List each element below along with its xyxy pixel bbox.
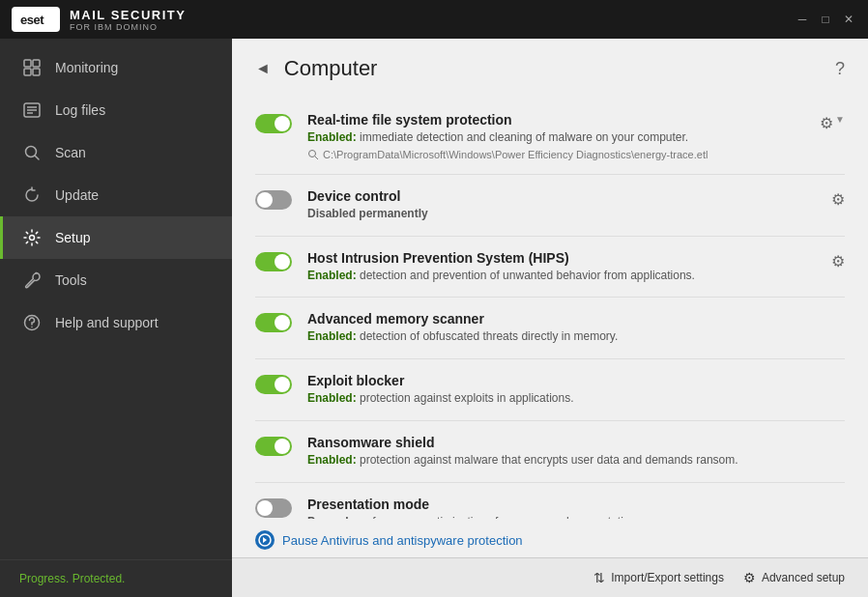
svg-marker-18 <box>263 537 267 543</box>
toggle-devicecontrol[interactable] <box>255 190 292 210</box>
svg-point-15 <box>309 150 316 156</box>
feature-desc-realtime: Enabled: immediate detection and cleanin… <box>307 129 804 146</box>
svg-point-12 <box>30 236 35 241</box>
toggle-wrap-memoryscanner <box>255 311 292 336</box>
feature-item-exploitblocker: Exploit blockerEnabled: protection again… <box>255 359 845 421</box>
feature-item-hips: Host Intrusion Prevention System (HIPS)E… <box>255 237 845 298</box>
feature-desc-hips: Enabled: detection and prevention of unw… <box>307 268 816 284</box>
toggle-wrap-realtime <box>255 112 292 137</box>
content-area: ◄ Computer ? Real-time file system prote… <box>232 39 868 597</box>
pause-link-text: Pause Antivirus and antispyware protecti… <box>282 533 523 548</box>
feature-item-memoryscanner: Advanced memory scannerEnabled: detectio… <box>255 298 845 359</box>
sidebar-item-monitoring[interactable]: Monitoring <box>0 46 232 89</box>
feature-name-hips: Host Intrusion Prevention System (HIPS) <box>307 250 816 266</box>
title-bar: eset MAIL SECURITY FOR IBM DOMINO ─ □ ✕ <box>0 0 868 39</box>
app-subtitle: FOR IBM DOMINO <box>70 22 186 32</box>
app-name: MAIL SECURITY <box>70 8 186 22</box>
scan-label: Scan <box>55 145 86 160</box>
back-button[interactable]: ◄ <box>255 60 271 77</box>
svg-line-16 <box>315 156 318 159</box>
question-icon <box>22 313 42 332</box>
gear-button-realtime[interactable]: ⚙▼ <box>820 112 845 132</box>
svg-rect-5 <box>33 69 40 75</box>
feature-desc-ransomware: Enabled: protection against malware that… <box>307 452 845 469</box>
toggle-wrap-devicecontrol <box>255 188 292 213</box>
advanced-setup-button[interactable]: ⚙ Advanced setup <box>743 570 845 585</box>
feature-name-devicecontrol: Device control <box>307 188 816 204</box>
gear-icon-hips: ⚙ <box>831 252 845 270</box>
svg-line-11 <box>36 156 40 160</box>
toggle-exploitblocker[interactable] <box>255 375 292 394</box>
status-label-memoryscanner: Enabled: <box>307 329 357 343</box>
svg-point-10 <box>26 147 37 157</box>
pause-antivirus-link[interactable]: Pause Antivirus and antispyware protecti… <box>255 530 845 550</box>
update-label: Update <box>55 187 99 203</box>
setup-label: Setup <box>55 230 91 245</box>
feature-content-realtime: Real-time file system protectionEnabled:… <box>307 112 804 160</box>
gear-icon-devicecontrol: ⚙ <box>831 190 845 209</box>
feature-desc-devicecontrol: Disabled permanently <box>307 206 816 222</box>
status-label-ransomware: Enabled: <box>307 453 357 467</box>
features-list: Real-time file system protectionEnabled:… <box>232 99 868 519</box>
helpsupport-label: Help and support <box>55 315 159 330</box>
refresh-icon <box>22 185 42 205</box>
toggle-realtime[interactable] <box>255 114 292 133</box>
toggle-presentation[interactable] <box>255 498 292 518</box>
sidebar-item-setup[interactable]: Setup <box>0 216 232 259</box>
gear-button-hips[interactable]: ⚙ <box>831 250 845 270</box>
feature-item-presentation: Presentation modePaused: performance opt… <box>255 483 845 519</box>
help-button[interactable]: ? <box>835 59 845 79</box>
toggle-ransomware[interactable] <box>255 437 292 456</box>
sidebar-item-scan[interactable]: Scan <box>0 131 232 174</box>
app-name-area: MAIL SECURITY FOR IBM DOMINO <box>70 8 186 32</box>
feature-name-presentation: Presentation mode <box>307 497 845 512</box>
svg-rect-4 <box>24 69 31 75</box>
import-export-button[interactable]: ⇅ Import/Export settings <box>593 570 724 585</box>
pause-link-area: Pause Antivirus and antispyware protecti… <box>232 519 868 557</box>
svg-rect-2 <box>24 60 31 67</box>
close-button[interactable]: ✕ <box>841 12 856 27</box>
svg-point-14 <box>31 327 33 328</box>
status-label-hips: Enabled: <box>307 269 357 282</box>
advanced-setup-label: Advanced setup <box>762 571 845 584</box>
shield-pause-icon <box>255 530 275 550</box>
status-label-devicecontrol: Disabled permanently <box>307 207 428 220</box>
expand-icon-realtime: ▼ <box>835 114 845 125</box>
toggle-wrap-hips <box>255 250 292 275</box>
gear-button-devicecontrol[interactable]: ⚙ <box>831 188 845 209</box>
gear-icon-realtime: ⚙ <box>820 114 833 132</box>
feature-name-exploitblocker: Exploit blocker <box>307 373 845 388</box>
sidebar-item-helpsupport[interactable]: Help and support <box>0 301 232 344</box>
logo-area: eset MAIL SECURITY FOR IBM DOMINO <box>12 7 186 32</box>
feature-content-ransomware: Ransomware shieldEnabled: protection aga… <box>307 435 845 469</box>
maximize-button[interactable]: □ <box>818 12 833 27</box>
main-layout: Monitoring Log files <box>0 39 868 597</box>
svg-rect-3 <box>33 60 40 67</box>
feature-desc-memoryscanner: Enabled: detection of obfuscated threats… <box>307 328 845 345</box>
toggle-wrap-exploitblocker <box>255 373 292 398</box>
feature-desc-exploitblocker: Enabled: protection against exploits in … <box>307 390 845 407</box>
list-icon <box>22 100 42 120</box>
status-label-exploitblocker: Enabled: <box>307 391 357 405</box>
sidebar-item-logfiles[interactable]: Log files <box>0 89 232 131</box>
sidebar-nav: Monitoring Log files <box>0 39 232 559</box>
page-title: Computer <box>284 56 825 81</box>
eset-logo: eset <box>12 7 60 32</box>
gear-icon <box>22 228 42 247</box>
feature-content-memoryscanner: Advanced memory scannerEnabled: detectio… <box>307 311 845 345</box>
toggle-hips[interactable] <box>255 252 292 271</box>
window-controls: ─ □ ✕ <box>795 12 856 27</box>
feature-item-ransomware: Ransomware shieldEnabled: protection aga… <box>255 421 845 483</box>
content-header: ◄ Computer ? <box>232 39 868 99</box>
feature-content-hips: Host Intrusion Prevention System (HIPS)E… <box>307 250 816 284</box>
advanced-setup-icon: ⚙ <box>743 570 756 585</box>
toggle-memoryscanner[interactable] <box>255 313 292 332</box>
minimize-button[interactable]: ─ <box>795 12 810 27</box>
feature-name-memoryscanner: Advanced memory scanner <box>307 311 845 327</box>
sidebar-item-update[interactable]: Update <box>0 174 232 216</box>
feature-item-devicecontrol: Device controlDisabled permanently⚙ <box>255 175 845 237</box>
sidebar-item-tools[interactable]: Tools <box>0 259 232 301</box>
content-footer: ⇅ Import/Export settings ⚙ Advanced setu… <box>232 557 868 597</box>
status-label-realtime: Enabled: <box>307 130 357 144</box>
feature-content-devicecontrol: Device controlDisabled permanently <box>307 188 816 222</box>
